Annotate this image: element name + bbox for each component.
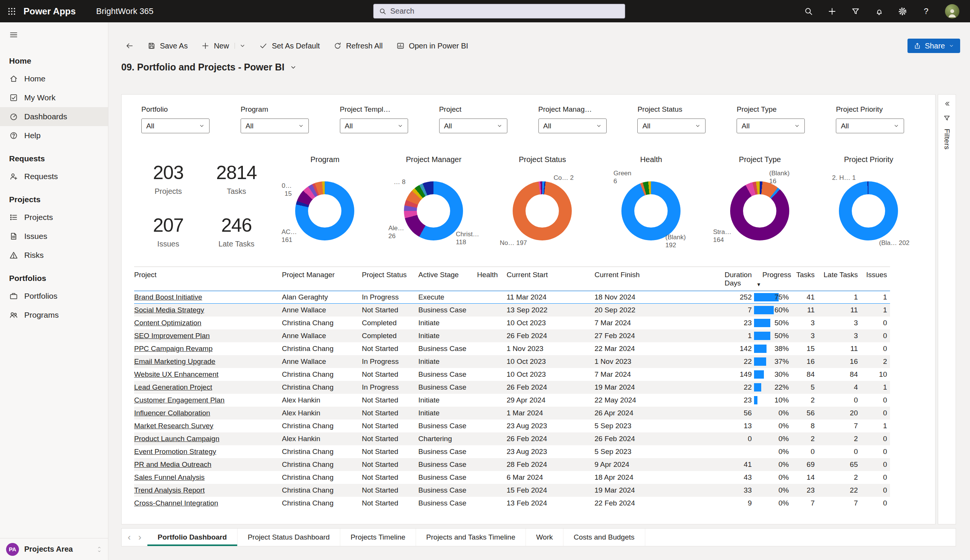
help-question-icon[interactable]: ? — [922, 7, 931, 16]
table-row[interactable]: Cross-Channel IntegrationChristina Chang… — [134, 497, 890, 510]
cell-project[interactable]: Email Marketing Upgrade — [134, 357, 282, 366]
project-link[interactable]: SEO Improvement Plan — [134, 332, 210, 340]
project-link[interactable]: Website UX Enhancement — [134, 370, 219, 378]
column-header-health[interactable]: Health — [477, 267, 507, 290]
search-input[interactable] — [390, 7, 619, 15]
dashboard-selector-chevron-icon[interactable] — [290, 64, 297, 71]
table-row[interactable]: Lead Generation ProjectChristina ChangIn… — [134, 381, 890, 394]
project-link[interactable]: Influencer Collaboration — [134, 409, 210, 417]
sidebar-item-issues[interactable]: Issues — [0, 227, 108, 246]
table-row[interactable]: SEO Improvement PlanAnne WallaceComplete… — [134, 329, 890, 342]
column-header-current-start[interactable]: Current Start — [507, 267, 594, 290]
table-row[interactable]: Trend Analysis ReportChristina ChangNot … — [134, 484, 890, 497]
project-link[interactable]: Content Optimization — [134, 319, 201, 327]
table-row[interactable]: Brand Boost InitiativeAlan GeraghtyIn Pr… — [134, 291, 890, 304]
report-tab-portfolio-dashboard[interactable]: Portfolio Dashboard — [147, 528, 237, 546]
sort-descending-icon[interactable]: ▼ — [756, 282, 761, 287]
donut-ring[interactable] — [513, 182, 572, 240]
refresh-all-button[interactable]: Refresh All — [328, 37, 388, 54]
search-icon[interactable] — [804, 7, 813, 16]
table-row[interactable]: Content OptimizationChristina ChangCompl… — [134, 317, 890, 329]
cell-project[interactable]: Lead Generation Project — [134, 383, 282, 392]
project-link[interactable]: Event Promotion Strategy — [134, 448, 216, 455]
report-tab-projects-timeline[interactable]: Projects Timeline — [340, 528, 416, 546]
project-link[interactable]: Email Marketing Upgrade — [134, 357, 215, 365]
tabs-scroll-right-icon[interactable]: › — [135, 533, 144, 542]
column-header-late-tasks[interactable]: Late Tasks — [817, 267, 860, 290]
column-header-project-manager[interactable]: Project Manager — [282, 267, 362, 290]
cell-project[interactable]: SEO Improvement Plan — [134, 332, 282, 340]
donut-ring[interactable] — [730, 182, 789, 240]
open-in-power-bi-button[interactable]: Open in Power BI — [391, 37, 474, 54]
donut-ring[interactable] — [621, 182, 681, 240]
table-row[interactable]: Customer Engagement PlanAlex HankinNot S… — [134, 394, 890, 407]
project-link[interactable]: Cross-Channel Integration — [134, 499, 218, 507]
save-as-button[interactable]: Save As — [142, 37, 193, 54]
notifications-bell-icon[interactable] — [875, 7, 883, 16]
slicer-dropdown[interactable]: All — [736, 118, 805, 133]
slicer-dropdown[interactable]: All — [836, 118, 904, 133]
donut-ring[interactable] — [295, 182, 354, 240]
table-row[interactable]: PR and Media OutreachChristina ChangNot … — [134, 458, 890, 471]
project-link[interactable]: PR and Media Outreach — [134, 460, 211, 468]
slicer-dropdown[interactable]: All — [637, 118, 706, 133]
table-row[interactable]: Social Media StrategyAnne WallaceNot Sta… — [134, 304, 890, 317]
cell-project[interactable]: PPC Campaign Revamp — [134, 345, 282, 353]
user-avatar[interactable] — [945, 4, 959, 18]
cell-project[interactable]: Website UX Enhancement — [134, 370, 282, 378]
cell-project[interactable]: Sales Funnel Analysis — [134, 473, 282, 482]
project-link[interactable]: Brand Boost Initiative — [134, 293, 202, 301]
table-row[interactable]: PPC Campaign RevampChristina ChangNot St… — [134, 342, 890, 355]
column-header-issues[interactable]: Issues — [860, 267, 889, 290]
cell-project[interactable]: Influencer Collaboration — [134, 409, 282, 417]
table-row[interactable]: Market Research SurveyChristina ChangNot… — [134, 420, 890, 432]
report-tab-costs-and-budgets[interactable]: Costs and Budgets — [563, 528, 645, 546]
share-button[interactable]: Share — [908, 38, 960, 53]
report-tab-work[interactable]: Work — [526, 528, 563, 546]
cell-project[interactable]: Social Media Strategy — [134, 306, 282, 314]
donut-ring[interactable] — [839, 182, 898, 240]
table-row[interactable]: Product Launch CampaignAlex HankinNot St… — [134, 432, 890, 445]
table-row[interactable]: Influencer CollaborationAlex HankinNot S… — [134, 407, 890, 420]
project-link[interactable]: Sales Funnel Analysis — [134, 473, 205, 481]
new-button[interactable]: New — [195, 37, 251, 54]
sidebar-item-home[interactable]: Home — [0, 69, 108, 88]
back-button[interactable] — [120, 37, 139, 54]
project-link[interactable]: Market Research Survey — [134, 422, 213, 430]
cell-project[interactable]: Market Research Survey — [134, 422, 282, 430]
project-link[interactable]: Customer Engagement Plan — [134, 396, 225, 404]
slicer-dropdown[interactable]: All — [538, 118, 607, 133]
settings-gear-icon[interactable] — [898, 7, 907, 16]
column-header-tasks[interactable]: Tasks — [793, 267, 817, 290]
quick-create-icon[interactable] — [828, 7, 836, 16]
sidebar-item-programs[interactable]: Programs — [0, 305, 108, 325]
donut-ring[interactable] — [404, 182, 463, 240]
sidebar-item-portfolios[interactable]: Portfolios — [0, 287, 108, 305]
global-search-box[interactable] — [373, 4, 625, 18]
tabs-scroll-left-icon[interactable]: ‹ — [125, 533, 134, 542]
sidebar-item-help[interactable]: Help — [0, 126, 108, 145]
environment-name[interactable]: BrightWork 365 — [96, 7, 154, 16]
column-header-duration-days[interactable]: DurationDays — [715, 267, 754, 290]
filter-icon[interactable] — [851, 7, 860, 16]
sidebar-item-my-work[interactable]: My Work — [0, 88, 108, 107]
cell-project[interactable]: Product Launch Campaign — [134, 435, 282, 443]
project-link[interactable]: Trend Analysis Report — [134, 486, 205, 494]
cell-project[interactable]: Event Promotion Strategy — [134, 448, 282, 456]
sidebar-item-requests[interactable]: Requests — [0, 167, 108, 186]
area-switcher-chevron-icon[interactable] — [97, 546, 102, 553]
column-header-project-status[interactable]: Project Status — [362, 267, 418, 290]
slicer-dropdown[interactable]: All — [439, 118, 508, 133]
table-row[interactable]: Website UX EnhancementChristina ChangNot… — [134, 368, 890, 381]
slicer-dropdown[interactable]: All — [240, 118, 309, 133]
cell-project[interactable]: Brand Boost Initiative — [134, 293, 282, 302]
column-header-current-finish[interactable]: Current Finish — [594, 267, 715, 290]
table-row[interactable]: Sales Funnel AnalysisChristina ChangNot … — [134, 471, 890, 484]
project-link[interactable]: PPC Campaign Revamp — [134, 345, 212, 353]
project-link[interactable]: Social Media Strategy — [134, 306, 204, 314]
slicer-dropdown[interactable]: All — [141, 118, 210, 133]
cell-project[interactable]: Trend Analysis Report — [134, 486, 282, 495]
column-header-active-stage[interactable]: Active Stage — [418, 267, 477, 290]
slicer-dropdown[interactable]: All — [340, 118, 408, 133]
sidebar-item-dashboards[interactable]: Dashboards — [0, 107, 108, 126]
